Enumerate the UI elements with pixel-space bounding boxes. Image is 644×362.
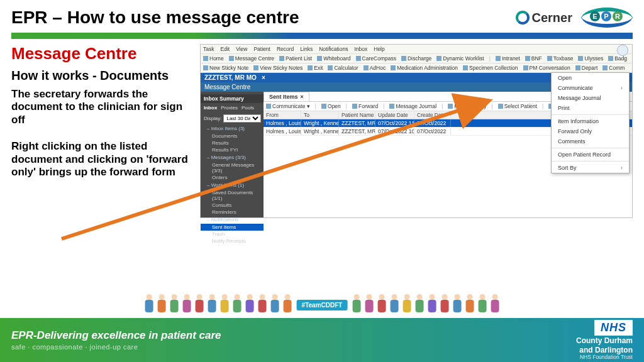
action-select-patient[interactable]: Select Patient — [498, 103, 537, 109]
tb-dynamic-worklist[interactable]: Dynamic Worklist — [436, 55, 484, 62]
sb-item[interactable]: Saved Documents (1/1) — [201, 189, 264, 202]
menu-help[interactable]: Help — [374, 46, 384, 52]
menu-notifications[interactable]: Notifications — [319, 46, 348, 52]
cm-forward-only[interactable]: Forward Only — [552, 126, 629, 136]
sb-item[interactable]: Documents — [201, 133, 264, 140]
sb-item[interactable]: Trash — [201, 231, 264, 238]
sb-group[interactable]: – Notifications — [201, 216, 264, 224]
sb-tab-pools[interactable]: Pools — [242, 105, 254, 111]
top-divider — [11, 33, 633, 39]
display-filter[interactable]: Display: Last 30 Days — [201, 112, 264, 124]
nhs-trust-line3: NHS Foundation Trust — [576, 354, 633, 360]
nhs-trust-line1: County Durham — [576, 337, 633, 345]
menu-task[interactable]: Task — [203, 46, 214, 52]
menu-inbox[interactable]: Inbox — [354, 46, 367, 52]
tb-message-centre[interactable]: Message Centre — [229, 55, 274, 62]
cm-comments[interactable]: Comments — [552, 136, 629, 146]
epr-letters: E P R — [590, 11, 623, 21]
tb-bnf[interactable]: BNF — [525, 55, 542, 62]
tb-icon — [308, 65, 313, 70]
action-communicate[interactable]: Communicate ▾ — [266, 103, 310, 109]
cm-open[interactable]: Open — [552, 73, 629, 83]
tb-icon — [364, 65, 369, 70]
person-icon — [282, 294, 293, 315]
context-menu[interactable]: OpenCommunicateMessage JournalPrintItem … — [551, 72, 630, 173]
tb-specimen-collection[interactable]: Specimen Collection — [463, 65, 518, 71]
sidebar-tabs[interactable]: InboxProxiesPools — [201, 103, 264, 112]
tb-new-sticky-note[interactable]: New Sticky Note — [203, 65, 248, 71]
cm-communicate[interactable]: Communicate — [552, 83, 629, 93]
tb-icon — [608, 56, 613, 61]
people-illustration: #TeamCDDFT — [144, 294, 501, 315]
cm-sort-by[interactable]: Sort By — [552, 163, 629, 173]
tb-depart[interactable]: Depart — [575, 65, 598, 71]
screenshot-col: TaskEditViewPatientRecordLinksNotificati… — [200, 44, 633, 218]
tb-icon — [436, 56, 441, 61]
toolbar-row-2[interactable]: New Sticky Note View Sticky Notes Exit C… — [201, 63, 632, 73]
tb-carecompass[interactable]: CareCompass — [356, 55, 396, 62]
tb-patient-list[interactable]: Patient List — [279, 55, 312, 62]
tb-icon — [463, 65, 468, 70]
action-forward-only[interactable]: Forward Only — [448, 103, 486, 109]
close-icon[interactable]: × — [301, 94, 304, 100]
sb-item[interactable]: Reminders — [201, 209, 264, 216]
cm-open-patient-record[interactable]: Open Patient Record — [552, 150, 629, 160]
body-para-1: The secretary forwards the document to t… — [11, 88, 194, 126]
sb-item[interactable]: Consults — [201, 202, 264, 209]
person-icon — [376, 294, 387, 315]
inbox-sidebar[interactable]: Inbox Summary InboxProxiesPools Display:… — [201, 92, 264, 217]
sb-group[interactable]: – Messages (3/3) — [201, 153, 264, 162]
action-icon — [498, 104, 503, 109]
action-icon — [266, 104, 271, 109]
sb-item[interactable]: Results FYI — [201, 146, 264, 153]
epr-logo: E P R — [581, 6, 633, 29]
tb-discharge[interactable]: Discharge — [401, 55, 431, 62]
sb-item[interactable]: Orders — [201, 174, 264, 181]
person-icon — [144, 294, 155, 315]
menu-view[interactable]: View — [236, 46, 247, 52]
cerner-logo: Cerner — [516, 11, 572, 25]
tb-badg[interactable]: Badg — [608, 55, 627, 62]
tb-exit[interactable]: Exit — [308, 65, 323, 71]
tab-sent-items[interactable]: Sent Items× — [264, 92, 309, 101]
person-icon — [182, 294, 192, 315]
tb-home[interactable]: Home — [203, 55, 224, 62]
action-open[interactable]: Open — [321, 103, 341, 109]
cm-print[interactable]: Print — [552, 103, 629, 113]
menubar[interactable]: TaskEditViewPatientRecordLinksNotificati… — [201, 45, 632, 54]
person-icon — [157, 294, 167, 315]
sb-item[interactable]: General Messages (3/3) — [201, 162, 264, 174]
action-message-journal[interactable]: Message Journal — [389, 103, 436, 109]
menu-links[interactable]: Links — [300, 46, 313, 52]
tb-medication-administration[interactable]: Medication Administration — [391, 65, 458, 71]
cm-message-journal[interactable]: Message Journal — [552, 93, 629, 103]
tb-pm-conversation[interactable]: PM Conversation — [523, 65, 570, 71]
tb-whiteboard[interactable]: Whiteboard — [317, 55, 350, 62]
menu-edit[interactable]: Edit — [220, 46, 230, 52]
tb-comm[interactable]: Comm — [602, 65, 625, 71]
home-icon[interactable] — [617, 45, 628, 56]
display-select[interactable]: Last 30 Days — [223, 114, 261, 123]
sb-tab-proxies[interactable]: Proxies — [221, 105, 238, 111]
cm-item-information[interactable]: Item Information — [552, 116, 629, 126]
sb-item[interactable]: Notify Receipts — [201, 238, 264, 244]
menu-record[interactable]: Record — [277, 46, 294, 52]
person-icon — [232, 294, 243, 315]
person-icon — [389, 294, 399, 315]
tb-ulysses[interactable]: Ulysses — [578, 55, 603, 62]
action-forward[interactable]: Forward — [352, 103, 378, 109]
sb-group[interactable]: – Work Items (1) — [201, 181, 264, 189]
sb-tab-inbox[interactable]: Inbox — [204, 105, 217, 111]
tb-adhoc[interactable]: AdHoc — [364, 65, 386, 71]
menu-patient[interactable]: Patient — [253, 46, 270, 52]
sb-item[interactable]: Sent Items — [201, 224, 264, 231]
sb-item[interactable]: Results — [201, 140, 264, 146]
tb-icon — [578, 56, 583, 61]
tb-calculator[interactable]: Calculator — [328, 65, 358, 71]
sb-group[interactable]: – Inbox Items (3) — [201, 124, 264, 133]
tb-view-sticky-notes[interactable]: View Sticky Notes — [253, 65, 303, 71]
person-icon — [489, 294, 500, 315]
tb-toxbase[interactable]: Toxbase — [547, 55, 574, 62]
toolbar-row-1[interactable]: Home Message Centre Patient List Whitebo… — [201, 54, 632, 63]
tb-intranet[interactable]: Intranet — [496, 55, 520, 62]
